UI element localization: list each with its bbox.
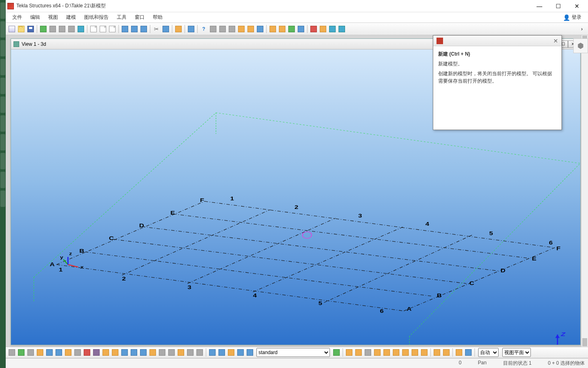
close-button[interactable]: ✕ [568, 0, 586, 12]
dim1-button[interactable] [227, 25, 236, 34]
sel18-button[interactable] [167, 348, 176, 357]
sn8-button[interactable] [410, 348, 419, 357]
sn13-button[interactable] [464, 348, 473, 357]
cut-button[interactable]: ✂ [152, 25, 161, 34]
overflow-button[interactable]: › [577, 25, 586, 34]
sel2-button[interactable] [17, 348, 26, 357]
sel5-button[interactable] [45, 348, 54, 357]
maximize-button[interactable]: ☐ [549, 0, 568, 12]
link1-button[interactable] [48, 25, 57, 34]
sel17-button[interactable] [158, 348, 167, 357]
menu-edit[interactable]: 编辑 [26, 12, 44, 22]
sn9-button[interactable] [420, 348, 429, 357]
sel20-button[interactable] [186, 348, 195, 357]
sn1-button[interactable] [345, 348, 354, 357]
svg-text:D: D [501, 268, 506, 273]
find-button[interactable] [328, 25, 337, 34]
user-button[interactable] [318, 25, 327, 34]
apply-filter-button[interactable] [332, 348, 341, 357]
link2-button[interactable] [58, 25, 67, 34]
sel19-button[interactable] [176, 348, 185, 357]
page2-button[interactable] [98, 25, 107, 34]
paste-button[interactable] [278, 25, 287, 34]
sn2-button[interactable] [354, 348, 363, 357]
snap4-button[interactable] [236, 348, 245, 357]
scissors-icon: ✂ [154, 26, 159, 32]
snap1-button[interactable] [208, 348, 217, 357]
minimize-button[interactable]: — [530, 0, 549, 12]
open-button[interactable] [17, 25, 26, 34]
sel7-button[interactable] [64, 348, 73, 357]
dim2-button[interactable] [237, 25, 246, 34]
sel11-button[interactable] [101, 348, 110, 357]
menu-drawings[interactable]: 图纸和报告 [80, 12, 113, 22]
sel16-button[interactable] [148, 348, 157, 357]
sn12-button[interactable] [454, 348, 463, 357]
sn11-button[interactable] [442, 348, 451, 357]
dim3-button[interactable] [246, 25, 255, 34]
win2-button[interactable] [130, 25, 139, 34]
sel9-button[interactable] [82, 348, 91, 357]
menu-view[interactable]: 视图 [44, 12, 62, 22]
new-button[interactable] [7, 25, 16, 34]
mode-dropdown[interactable]: 自动 [478, 348, 499, 357]
sn7-button[interactable] [401, 348, 410, 357]
component-catalog-button[interactable]: ⬢ [573, 38, 588, 53]
svg-text:z: z [69, 251, 72, 256]
lasso-button[interactable] [161, 25, 170, 34]
share-button[interactable] [39, 25, 48, 34]
page1-button[interactable] [89, 25, 98, 34]
sel15-button[interactable] [139, 348, 148, 357]
menu-help[interactable]: 帮助 [149, 12, 167, 22]
save-button[interactable] [26, 25, 35, 34]
sn10-button[interactable] [432, 348, 441, 357]
red1-button[interactable] [309, 25, 318, 34]
sn3-button[interactable] [363, 348, 372, 357]
sn6-button[interactable] [392, 348, 401, 357]
menu-window[interactable]: 窗口 [131, 12, 149, 22]
svg-text:2: 2 [294, 204, 298, 210]
filter-dropdown[interactable]: standard [256, 348, 330, 357]
macro2-button[interactable] [296, 25, 305, 34]
svg-line-9 [253, 227, 403, 292]
menu-file[interactable]: 文件 [8, 12, 26, 22]
mgr-button[interactable] [337, 25, 346, 34]
sel14-button[interactable] [129, 348, 138, 357]
scroll-down-button[interactable] [582, 338, 587, 346]
login-button[interactable]: 👤 登录 [559, 12, 586, 22]
sel10-button[interactable] [92, 348, 101, 357]
sn4-button[interactable] [373, 348, 382, 357]
cloud-button[interactable] [67, 25, 76, 34]
svg-text:A: A [407, 307, 412, 312]
pointer-button[interactable] [187, 25, 196, 34]
wireframe-button[interactable] [76, 25, 85, 34]
page3-button[interactable] [108, 25, 117, 34]
snap2-button[interactable] [217, 348, 226, 357]
macro1-button[interactable] [287, 25, 296, 34]
copy-button[interactable] [268, 25, 277, 34]
sel21-button[interactable] [195, 348, 204, 357]
sel6-button[interactable] [54, 348, 63, 357]
dim4-button[interactable] [256, 25, 265, 34]
snap5-button[interactable] [245, 348, 254, 357]
plane-dropdown[interactable]: 视图平面 [502, 348, 531, 357]
sel13-button[interactable] [120, 348, 129, 357]
scrollbar-vertical[interactable] [581, 35, 588, 347]
menu-tools[interactable]: 工具 [113, 12, 131, 22]
sel3-button[interactable] [26, 348, 35, 357]
grid2-button[interactable] [218, 25, 227, 34]
sel8-button[interactable] [73, 348, 82, 357]
clipboard-button[interactable] [174, 25, 183, 34]
grid1-button[interactable] [209, 25, 218, 34]
sn5-button[interactable] [382, 348, 391, 357]
sel12-button[interactable] [111, 348, 120, 357]
help-button[interactable]: ? [199, 25, 208, 34]
snap3-button[interactable] [227, 348, 236, 357]
menu-model[interactable]: 建模 [62, 12, 80, 22]
win3-button[interactable] [139, 25, 148, 34]
sel4-button[interactable] [36, 348, 45, 357]
svg-text:6: 6 [549, 240, 552, 245]
win1-button[interactable] [120, 25, 129, 34]
sel1-button[interactable] [7, 348, 16, 357]
tooltip-close-button[interactable]: ✕ [553, 38, 558, 44]
